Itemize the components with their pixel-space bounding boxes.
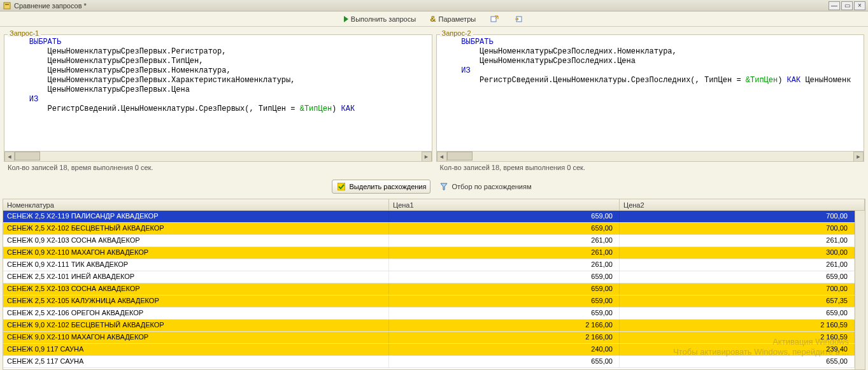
scroll-right-icon[interactable]: ► <box>422 152 432 162</box>
table-row[interactable]: СЕНЕЖ 0,9 117 САУНА240,00239,40 <box>3 344 855 356</box>
highlight-icon <box>336 181 346 192</box>
amp-icon: & <box>430 14 436 24</box>
tool-button-1[interactable] <box>485 12 504 26</box>
scroll-right-icon[interactable]: ► <box>853 152 864 162</box>
cell-name: СЕНЕЖ 2,5 Х2-105 КАЛУЖНИЦА АКВАДЕКОР <box>3 295 389 307</box>
query1-hscroll[interactable]: ◄ ► <box>4 151 432 161</box>
cell-price1: 261,00 <box>389 235 620 246</box>
filter-icon <box>439 181 449 192</box>
cell-price1: 240,00 <box>389 344 620 355</box>
cell-name: СЕНЕЖ 9,0 Х2-102 БЕСЦВЕТНЫЙ АКВАДЕКОР <box>3 320 389 331</box>
filter-diff-button[interactable]: Отбор по расхождениям <box>434 180 536 194</box>
cell-price1: 659,00 <box>389 308 620 319</box>
cell-price1: 2 166,00 <box>389 320 620 331</box>
svg-rect-2 <box>491 17 496 22</box>
cell-price1: 655,00 <box>389 356 620 367</box>
cell-name: СЕНЕЖ 0,9 117 САУНА <box>3 344 389 355</box>
cell-name: СЕНЕЖ 2,5 Х2-106 ОРЕГОН АКВАДЕКОР <box>3 308 389 319</box>
cell-price2: 700,00 <box>620 283 855 295</box>
query1-label: Запрос-1 <box>8 29 41 37</box>
cell-price2: 300,00 <box>620 247 855 259</box>
cell-price1: 261,00 <box>389 259 620 271</box>
run-queries-label: Выполнить запросы <box>351 15 416 23</box>
cell-name: СЕНЕЖ 2,5 Х2-119 ПАЛИСАНДР АКВАДЕКОР <box>3 211 389 222</box>
cell-name: СЕНЕЖ 2,5 Х2-101 ИНЕЙ АКВАДЕКОР <box>3 271 389 283</box>
table-row[interactable]: СЕНЕЖ 9,0 Х2-110 МАХАГОН АКВАДЕКОР2 166,… <box>3 332 855 344</box>
table-row[interactable]: СЕНЕЖ 0,9 Х2-111 ТИК АКВАДЕКОР261,00261,… <box>3 259 855 271</box>
table-row[interactable]: СЕНЕЖ 2,5 117 САУНА655,00655,00 <box>3 356 855 368</box>
cell-name: СЕНЕЖ 9,0 Х2-110 МАХАГОН АКВАДЕКОР <box>3 332 389 343</box>
table-row[interactable]: СЕНЕЖ 2,5 Х2-103 СОСНА АКВАДЕКОР659,0070… <box>3 283 855 295</box>
cell-price2: 261,00 <box>620 235 855 246</box>
titlebar: Сравнение запросов * — ▭ × <box>0 0 868 11</box>
cell-price2: 657,35 <box>620 295 855 307</box>
cell-price2: 2 160,59 <box>620 320 855 331</box>
cell-price2: 700,00 <box>620 211 855 222</box>
table-row[interactable]: СЕНЕЖ 2,5 Х2-102 БЕСЦВЕТНЫЙ АКВАДЕКОР659… <box>3 223 855 235</box>
minimize-button[interactable]: — <box>829 1 840 10</box>
table-row[interactable]: СЕНЕЖ 2,5 Х2-101 ИНЕЙ АКВАДЕКОР659,00659… <box>3 271 855 283</box>
params-button[interactable]: & Параметры <box>425 12 480 25</box>
cell-price1: 659,00 <box>389 223 620 234</box>
cell-price2: 655,00 <box>620 356 855 367</box>
table-header: Номенклатура Цена1 Цена2 <box>3 199 865 211</box>
col-header-name[interactable]: Номенклатура <box>3 199 389 210</box>
table-body[interactable]: СЕНЕЖ 2,5 Х2-119 ПАЛИСАНДР АКВАДЕКОР659,… <box>3 211 855 369</box>
cell-price1: 659,00 <box>389 283 620 295</box>
cell-price1: 659,00 <box>389 295 620 307</box>
cell-price1: 659,00 <box>389 271 620 283</box>
query1-status: Кол-во записей 18, время выполнения 0 се… <box>4 162 432 173</box>
cell-name: СЕНЕЖ 0,9 Х2-110 МАХАГОН АКВАДЕКОР <box>3 247 389 259</box>
svg-rect-1 <box>5 4 9 5</box>
scroll-left-icon[interactable]: ◄ <box>4 152 15 162</box>
restore-button[interactable]: ▭ <box>841 1 853 10</box>
cell-price2: 2 160,59 <box>620 332 855 343</box>
scroll-left-icon[interactable]: ◄ <box>437 152 447 162</box>
query2-hscroll[interactable]: ◄ ► <box>437 151 864 161</box>
cell-name: СЕНЕЖ 2,5 Х2-103 СОСНА АКВАДЕКОР <box>3 283 389 295</box>
table-row[interactable]: СЕНЕЖ 2,5 Х2-105 КАЛУЖНИЦА АКВАДЕКОР659,… <box>3 295 855 308</box>
tool-button-2[interactable] <box>509 12 529 26</box>
cell-price2: 261,00 <box>620 259 855 271</box>
query2-box: ВЫБРАТЬ ЦеныНоменклатурыСрезПоследних.Но… <box>436 34 865 162</box>
query2-code[interactable]: ВЫБРАТЬ ЦеныНоменклатурыСрезПоследних.Но… <box>437 35 864 151</box>
highlight-diff-label: Выделить расхождения <box>349 183 426 190</box>
table-row[interactable]: СЕНЕЖ 2,5 Х2-106 ОРЕГОН АКВАДЕКОР659,006… <box>3 308 855 320</box>
table-row[interactable]: СЕНЕЖ 0,9 Х2-110 МАХАГОН АКВАДЕКОР261,00… <box>3 247 855 259</box>
svg-rect-0 <box>4 3 10 9</box>
cell-price2: 239,40 <box>620 344 855 355</box>
cell-name: СЕНЕЖ 2,5 Х2-102 БЕСЦВЕТНЫЙ АКВАДЕКОР <box>3 223 389 234</box>
cell-price2: 700,00 <box>620 223 855 234</box>
close-button[interactable]: × <box>854 1 865 10</box>
window-controls: — ▭ × <box>829 1 865 10</box>
cell-name: СЕНЕЖ 0,9 Х2-111 ТИК АКВАДЕКОР <box>3 259 389 271</box>
table-row[interactable]: СЕНЕЖ 9,0 Х2-102 БЕСЦВЕТНЫЙ АКВАДЕКОР2 1… <box>3 320 855 332</box>
play-icon <box>344 16 348 22</box>
run-queries-button[interactable]: Выполнить запросы <box>339 13 420 25</box>
queries-area: Запрос-1 ВЫБРАТЬ ЦеныНоменклатурыСрезПер… <box>0 27 868 177</box>
tool-icon-2 <box>514 14 524 24</box>
col-header-price2[interactable]: Цена2 <box>620 199 865 210</box>
table-row[interactable]: СЕНЕЖ 0,9 Х2-103 СОСНА АКВАДЕКОР261,0026… <box>3 235 855 247</box>
cell-price1: 261,00 <box>389 247 620 259</box>
filter-diff-label: Отбор по расхождениям <box>452 183 531 190</box>
table-row[interactable]: СЕНЕЖ 2,5 Х2-119 ПАЛИСАНДР АКВАДЕКОР659,… <box>3 211 855 223</box>
app-icon <box>3 1 11 10</box>
query2-label: Запрос-2 <box>440 29 473 37</box>
cell-price2: 659,00 <box>620 308 855 319</box>
cell-price1: 659,00 <box>389 211 620 222</box>
query1-code[interactable]: ВЫБРАТЬ ЦеныНоменклатурыСрезПервых.Регис… <box>4 35 432 151</box>
query1-box: ВЫБРАТЬ ЦеныНоменклатурыСрезПервых.Регис… <box>4 34 432 162</box>
cell-name: СЕНЕЖ 2,5 117 САУНА <box>3 356 389 367</box>
window-title: Сравнение запросов * <box>14 2 87 10</box>
main-toolbar: Выполнить запросы & Параметры <box>0 11 868 27</box>
table-vscroll[interactable] <box>855 211 865 369</box>
query2-panel: Запрос-2 ВЫБРАТЬ ЦеныНоменклатурыСрезПос… <box>436 31 865 173</box>
cell-name: СЕНЕЖ 0,9 Х2-103 СОСНА АКВАДЕКОР <box>3 235 389 246</box>
result-table: Номенклатура Цена1 Цена2 СЕНЕЖ 2,5 Х2-11… <box>3 199 865 370</box>
highlight-diff-button[interactable]: Выделить расхождения <box>332 180 430 194</box>
col-header-price1[interactable]: Цена1 <box>389 199 620 210</box>
cell-price1: 2 166,00 <box>389 332 620 343</box>
query2-status: Кол-во записей 18, время выполнения 0 се… <box>436 162 865 173</box>
params-label: Параметры <box>439 15 476 23</box>
